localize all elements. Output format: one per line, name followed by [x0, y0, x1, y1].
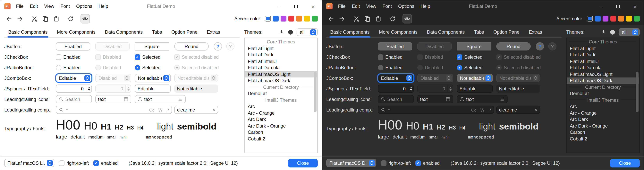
match-case-button[interactable]: Cc [471, 107, 476, 112]
show-hidden-toggle[interactable] [80, 14, 90, 23]
accent-swatch[interactable] [618, 16, 624, 22]
themes-filter-combo[interactable]: all [296, 28, 318, 36]
combo-arrows-icon[interactable] [369, 160, 375, 166]
right-to-left-checkbox[interactable] [381, 160, 386, 166]
theme-list-item[interactable]: Current Directory [245, 84, 317, 90]
regex-button[interactable]: .* [488, 107, 491, 112]
close-window-button[interactable]: × [626, 1, 644, 12]
help-button[interactable]: ? [214, 42, 222, 51]
combo-arrows-icon[interactable] [406, 75, 412, 81]
menu-item[interactable]: Help [417, 1, 433, 12]
search-with-options-field[interactable]: Cc W .* [378, 106, 494, 114]
menu-item[interactable]: Font [58, 1, 73, 12]
menu-icon[interactable] [500, 97, 505, 102]
combobox-editable[interactable]: Editable [56, 74, 92, 82]
theme-list-item[interactable]: FlatLaf Dark [245, 52, 317, 58]
theme-list-item[interactable]: Arc Dark - Orange [245, 123, 317, 129]
textfield-editable[interactable]: Editable [457, 85, 493, 93]
theme-list-item[interactable]: FlatLaf Light [245, 45, 317, 52]
search-icon[interactable] [380, 107, 386, 112]
enabled-option[interactable]: ✓ enabled [416, 160, 440, 166]
help-button[interactable]: ? [536, 42, 544, 51]
tab[interactable]: Option Pane [168, 27, 201, 37]
lookandfeel-combo[interactable]: FlatLaf macOS D... [326, 159, 376, 167]
maximize-button[interactable] [287, 1, 304, 12]
theme-list-item[interactable]: FlatLaf macOS Light [567, 71, 639, 77]
theme-list-item[interactable]: FlatLaf Darcula [567, 65, 639, 71]
theme-list-item[interactable]: FlatLaf Light [567, 45, 639, 52]
theme-list-item[interactable]: IntelliJ Themes [567, 97, 639, 103]
regex-button[interactable]: .* [166, 107, 169, 112]
accent-swatch[interactable] [273, 16, 278, 22]
checkbox-enabled[interactable] [378, 54, 383, 60]
show-hidden-toggle[interactable] [402, 14, 412, 23]
theme-list-item[interactable]: Cobalt 2 [245, 135, 317, 142]
radio-enabled[interactable] [56, 65, 61, 70]
theme-list-item[interactable]: FlatLaf IntelliJ [245, 58, 317, 65]
tab[interactable]: Tabs [470, 27, 488, 37]
tab[interactable]: Extras [525, 27, 546, 37]
github-button[interactable] [610, 29, 616, 35]
close-window-button[interactable]: × [304, 1, 322, 12]
menu-icon[interactable] [178, 97, 183, 102]
theme-list-item[interactable]: Arc [567, 103, 639, 110]
download-themes-button[interactable] [278, 29, 284, 35]
paste-button[interactable] [374, 14, 383, 23]
round-button[interactable]: Round [174, 42, 209, 51]
accent-swatch[interactable] [265, 16, 271, 22]
match-case-button[interactable]: Cc [149, 107, 154, 112]
accent-swatch[interactable] [304, 16, 310, 22]
combo-arrows-icon[interactable] [632, 29, 638, 35]
themes-list[interactable]: Core ThemesFlatLaf LightFlatLaf DarkFlat… [244, 38, 318, 153]
back-button[interactable] [4, 14, 14, 23]
accent-swatch[interactable] [288, 16, 294, 22]
accent-swatch[interactable] [634, 16, 640, 22]
dropdown-icon[interactable] [65, 108, 69, 111]
search-icon[interactable] [58, 107, 64, 112]
calendar-icon[interactable] [446, 97, 450, 102]
accent-swatch[interactable] [280, 16, 286, 22]
date-field[interactable]: text [417, 95, 453, 103]
scrollbar-thumb[interactable] [314, 72, 316, 112]
radio-selected[interactable] [135, 65, 140, 70]
minimize-button[interactable]: – [270, 1, 287, 12]
combo-arrows-icon[interactable] [163, 75, 169, 81]
cut-button[interactable] [352, 14, 361, 23]
themes-filter-combo[interactable]: all [618, 28, 640, 36]
theme-list-item[interactable]: FlatLaf IntelliJ [567, 58, 639, 65]
copy-button[interactable] [41, 14, 50, 23]
theme-list-item[interactable]: Current Directory [567, 84, 639, 90]
menu-item[interactable]: Edit [27, 1, 41, 12]
lookandfeel-combo[interactable]: FlatLaf macOS Li... [4, 159, 54, 167]
clear-me-field[interactable]: clear me × [496, 106, 540, 114]
github-button[interactable] [288, 29, 294, 35]
rtl-option[interactable]: right-to-left [59, 160, 89, 166]
combobox-not-editable[interactable]: Not editable [457, 74, 493, 82]
menu-item[interactable]: Options [73, 1, 96, 12]
theme-list-item[interactable]: Carbon [567, 129, 639, 135]
theme-list-item[interactable]: Carbon [245, 129, 317, 135]
enabled-button[interactable]: Enabled [378, 42, 412, 51]
accent-swatch[interactable] [602, 16, 608, 22]
tab[interactable]: Data Components [423, 27, 468, 37]
menu-item[interactable]: Help [95, 1, 111, 12]
download-themes-button[interactable] [600, 29, 606, 35]
dropdown-icon[interactable] [387, 108, 391, 111]
theme-list-item[interactable]: FlatLaf Darcula [245, 65, 317, 71]
theme-list-item[interactable]: Arc Dark - Orange [567, 123, 639, 129]
theme-list-item[interactable]: Arc - Orange [245, 110, 317, 116]
round-button[interactable]: Round [496, 42, 531, 51]
square-button[interactable]: Square [135, 42, 169, 51]
clear-me-field[interactable]: clear me × [174, 106, 218, 114]
accent-swatch[interactable] [587, 16, 593, 22]
theme-list-item[interactable]: FlatLaf macOS Dark [567, 77, 639, 84]
accent-swatch[interactable] [296, 16, 302, 22]
close-button[interactable]: Close [288, 159, 318, 167]
refresh-button[interactable] [66, 14, 76, 23]
maximize-button[interactable] [609, 1, 626, 12]
whole-words-button[interactable]: W [158, 107, 162, 112]
combo-arrows-icon[interactable] [310, 29, 316, 35]
close-button[interactable]: Close [610, 159, 640, 167]
theme-list-item[interactable]: DemoLaf [567, 90, 639, 97]
menu-item[interactable]: View [41, 1, 58, 12]
